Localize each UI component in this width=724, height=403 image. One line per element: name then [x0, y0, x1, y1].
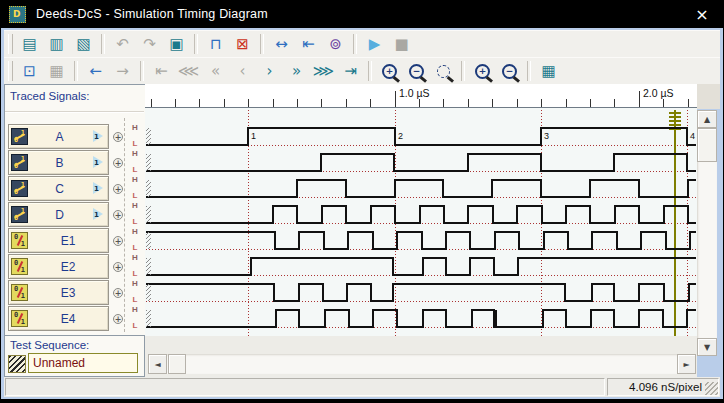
- expand-signals-icon[interactable]: +: [470, 60, 495, 82]
- trace-setup-icon[interactable]: ▤: [17, 33, 42, 55]
- vertical-scrollbar[interactable]: ▲ ▼: [697, 110, 717, 356]
- signal-driver-icon[interactable]: 1: [91, 182, 107, 195]
- plot-corner: [697, 84, 720, 109]
- toolbar-separator: [140, 61, 144, 81]
- low-level-label: L: [129, 269, 141, 278]
- zoom-in-icon[interactable]: +: [377, 60, 402, 82]
- status-panel-scale: 4.096 nS/pixel: [607, 378, 719, 396]
- expand-signal-button-A[interactable]: +: [113, 132, 123, 142]
- expand-signal-button-E3[interactable]: +: [113, 288, 123, 298]
- timing-waveforms[interactable]: 1234: [145, 108, 697, 336]
- view-report-icon[interactable]: ▥: [44, 33, 69, 55]
- waveform-start-hatch: [146, 258, 151, 275]
- toolbar-separator: [74, 61, 78, 81]
- title-bar: D Deeds-DcS - Simulation Timing Diagram …: [0, 0, 724, 28]
- expand-signal-button-E4[interactable]: +: [113, 314, 123, 324]
- horizontal-scrollbar[interactable]: ◄ ►: [148, 354, 696, 374]
- scroll-left-button[interactable]: ◄: [148, 354, 167, 374]
- probe-pointer-icon[interactable]: ⊚: [323, 33, 348, 55]
- signal-label: A: [28, 130, 91, 144]
- signal-label: B: [28, 156, 91, 170]
- signal-button-C[interactable]: 10C1: [8, 176, 109, 201]
- vertical-scroll-thumb[interactable]: [697, 128, 717, 162]
- zoom-in-lens: +: [382, 64, 397, 79]
- compress-signals-lens: −: [502, 64, 517, 79]
- signal-driver-icon[interactable]: 1: [91, 130, 107, 143]
- signal-button-E2[interactable]: 01E2: [8, 254, 109, 279]
- cycle-number-label: 2: [398, 131, 403, 141]
- signal-button-B[interactable]: 10B1: [8, 150, 109, 175]
- signal-driver-icon[interactable]: 1: [91, 156, 107, 169]
- zoom-region-lens: [437, 65, 450, 78]
- input-switch-icon: 10: [11, 206, 28, 223]
- forward-fast-icon[interactable]: ⋙: [311, 60, 336, 82]
- align-edges-icon[interactable]: ⇤: [296, 33, 321, 55]
- zoom-region-icon[interactable]: [431, 60, 456, 82]
- lens-sign: +: [386, 67, 394, 76]
- high-level-label: H: [129, 227, 141, 236]
- jump-to-start-icon[interactable]: ⇤: [149, 60, 174, 82]
- simulation-timing-window: D Deeds-DcS - Simulation Timing Diagram …: [0, 0, 724, 403]
- rewind-fast-icon[interactable]: ⋘: [176, 60, 201, 82]
- scroll-down-icon: ▼: [704, 343, 710, 352]
- resize-grip[interactable]: [705, 382, 718, 395]
- close-icon[interactable]: ×: [680, 0, 724, 28]
- nav-back-icon[interactable]: ←: [83, 60, 108, 82]
- signal-button-E1[interactable]: 01E1: [8, 228, 109, 253]
- timing-options-icon[interactable]: ▦: [536, 60, 561, 82]
- scroll-down-button[interactable]: ▼: [697, 338, 717, 356]
- status-bar: 4.096 nS/pixel: [4, 377, 720, 397]
- ruler-label: 2.0 µS: [643, 87, 674, 99]
- expand-signal-button-C[interactable]: +: [113, 184, 123, 194]
- scroll-right-button[interactable]: ►: [677, 354, 696, 374]
- waveform-start-hatch: [146, 180, 151, 197]
- undo-icon[interactable]: ↶: [110, 33, 135, 55]
- signal-label: D: [28, 208, 91, 222]
- scroll-left-icon: ◄: [154, 360, 160, 369]
- horizontal-scroll-thumb[interactable]: [168, 354, 186, 374]
- scale-readout: 4.096 nS/pixel: [629, 381, 702, 393]
- waveform-start-hatch: [146, 154, 151, 171]
- waveform-start-hatch: [146, 310, 151, 327]
- test-sequence-label: Test Sequence:: [10, 339, 89, 351]
- signal-button-A[interactable]: 10A1: [8, 124, 109, 149]
- nav-forward-icon[interactable]: →: [110, 60, 135, 82]
- scroll-up-icon: ▲: [704, 115, 710, 124]
- step-forward-icon[interactable]: ›: [257, 60, 282, 82]
- stop-simulation-icon[interactable]: ■: [389, 33, 414, 55]
- waveform-start-hatch: [146, 284, 151, 301]
- select-signal-pointer-icon[interactable]: ⊡: [17, 60, 42, 82]
- expand-signal-button-B[interactable]: +: [113, 158, 123, 168]
- insert-transition-icon[interactable]: ⊓: [203, 33, 228, 55]
- compress-signals-icon[interactable]: −: [497, 60, 522, 82]
- copy-to-clipboard-icon[interactable]: ▣: [164, 33, 189, 55]
- step-back-icon[interactable]: ‹: [230, 60, 255, 82]
- jump-to-end-icon[interactable]: ⇥: [338, 60, 363, 82]
- print-diagram-icon[interactable]: ▧: [71, 33, 96, 55]
- expand-signal-button-E1[interactable]: +: [113, 236, 123, 246]
- rewind-icon[interactable]: «: [203, 60, 228, 82]
- signal-driver-icon[interactable]: 1: [91, 208, 107, 221]
- output-probe-icon: 01: [11, 232, 28, 249]
- cycle-number-label: 1: [251, 131, 256, 141]
- signal-button-E4[interactable]: 01E4: [8, 306, 109, 331]
- delete-transition-icon[interactable]: ⊠: [230, 33, 255, 55]
- high-level-label: H: [129, 253, 141, 262]
- signal-button-E3[interactable]: 01E3: [8, 280, 109, 305]
- output-probe-icon: 01: [11, 258, 28, 275]
- high-level-label: H: [129, 279, 141, 288]
- set-interval-width-icon[interactable]: ↔: [269, 33, 294, 55]
- expand-signal-button-E2[interactable]: +: [113, 262, 123, 272]
- expand-signal-button-D[interactable]: +: [113, 210, 123, 220]
- run-simulation-icon[interactable]: ▶: [362, 33, 387, 55]
- input-switch-icon: 10: [11, 154, 28, 171]
- zoom-out-icon[interactable]: −: [404, 60, 429, 82]
- signal-button-D[interactable]: 10D1: [8, 202, 109, 227]
- window-bottom-edge: [0, 399, 724, 403]
- test-sequence-name-input[interactable]: [28, 353, 138, 373]
- scroll-up-button[interactable]: ▲: [697, 110, 717, 128]
- redo-icon[interactable]: ↷: [137, 33, 162, 55]
- forward-icon[interactable]: »: [284, 60, 309, 82]
- expand-signals-lens: +: [475, 64, 490, 79]
- circuit-view-icon[interactable]: ▦: [44, 60, 69, 82]
